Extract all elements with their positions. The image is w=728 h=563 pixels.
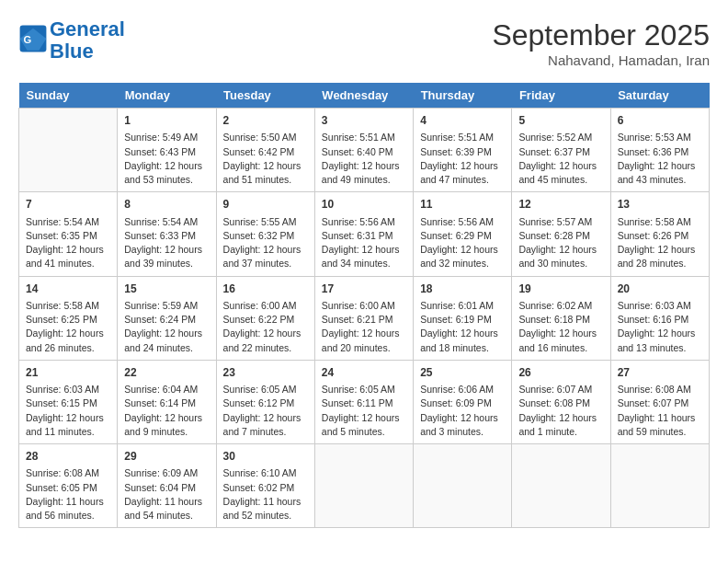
day-info-line: Sunset: 6:09 PM: [420, 396, 505, 410]
day-info-line: Sunrise: 6:05 AM: [223, 383, 308, 396]
weekday-header-wednesday: Wednesday: [314, 83, 413, 109]
day-info-line: Sunrise: 5:59 AM: [124, 299, 209, 313]
cell-content: 29Sunrise: 6:09 AMSunset: 6:04 PMDayligh…: [124, 449, 209, 523]
day-info-line: Sunrise: 5:51 AM: [322, 131, 406, 144]
day-info-line: Sunset: 6:37 PM: [518, 145, 603, 159]
day-info-line: Sunrise: 6:03 AM: [618, 299, 702, 313]
day-info-line: Sunset: 6:31 PM: [322, 229, 406, 243]
day-info-line: Sunrise: 5:56 AM: [420, 215, 505, 229]
day-cell: 4Sunrise: 5:51 AMSunset: 6:39 PMDaylight…: [414, 109, 512, 192]
logo-text: General Blue: [50, 18, 125, 63]
day-info-line: Daylight: 12 hours: [223, 159, 308, 173]
day-info-line: Sunset: 6:22 PM: [223, 313, 308, 327]
day-cell: 11Sunrise: 5:56 AMSunset: 6:29 PMDayligh…: [414, 192, 512, 276]
cell-content: 3Sunrise: 5:51 AMSunset: 6:40 PMDaylight…: [322, 113, 406, 187]
cell-content: 22Sunrise: 6:04 AMSunset: 6:14 PMDayligh…: [124, 365, 209, 439]
logo-line2: Blue: [50, 40, 94, 63]
week-row-2: 7Sunrise: 5:54 AMSunset: 6:35 PMDaylight…: [19, 192, 710, 276]
day-info-line: and 54 minutes.: [124, 509, 209, 523]
day-number: 16: [223, 282, 308, 297]
svg-text:G: G: [24, 34, 32, 45]
cell-content: 2Sunrise: 5:50 AMSunset: 6:42 PMDaylight…: [223, 113, 308, 187]
day-info-line: Sunset: 6:21 PM: [322, 313, 406, 327]
day-info-line: Daylight: 12 hours: [124, 411, 209, 425]
day-info-line: Daylight: 12 hours: [420, 159, 505, 173]
day-cell: 25Sunrise: 6:06 AMSunset: 6:09 PMDayligh…: [414, 360, 512, 443]
week-row-5: 28Sunrise: 6:08 AMSunset: 6:05 PMDayligh…: [19, 444, 710, 528]
day-info-line: Sunrise: 6:09 AM: [124, 466, 209, 480]
day-number: 24: [322, 365, 406, 381]
day-number: 20: [618, 282, 702, 297]
weekday-header-monday: Monday: [118, 83, 216, 109]
day-cell: 6Sunrise: 5:53 AMSunset: 6:36 PMDaylight…: [610, 109, 709, 192]
day-number: 3: [322, 113, 406, 129]
weekday-header-saturday: Saturday: [610, 83, 709, 109]
day-info-line: Daylight: 12 hours: [518, 243, 603, 257]
day-info-line: Daylight: 12 hours: [322, 243, 406, 257]
cell-content: 25Sunrise: 6:06 AMSunset: 6:09 PMDayligh…: [420, 365, 505, 439]
day-info-line: and 45 minutes.: [518, 173, 603, 187]
day-number: 5: [518, 113, 603, 129]
day-cell: [512, 444, 610, 528]
day-info-line: Sunset: 6:12 PM: [223, 396, 308, 410]
cell-content: 6Sunrise: 5:53 AMSunset: 6:36 PMDaylight…: [618, 113, 702, 187]
cell-content: 13Sunrise: 5:58 AMSunset: 6:26 PMDayligh…: [618, 197, 702, 270]
day-number: 14: [26, 282, 110, 297]
day-info-line: Daylight: 12 hours: [26, 411, 110, 425]
day-info-line: Sunrise: 5:57 AM: [518, 215, 603, 229]
day-info-line: Daylight: 12 hours: [518, 327, 603, 340]
weekday-header-row: SundayMondayTuesdayWednesdayThursdayFrid…: [19, 83, 710, 109]
day-info-line: Daylight: 12 hours: [26, 243, 110, 257]
day-info-line: Sunrise: 5:49 AM: [124, 131, 209, 144]
day-number: 21: [26, 365, 110, 381]
day-number: 28: [26, 449, 110, 465]
day-cell: 30Sunrise: 6:10 AMSunset: 6:02 PMDayligh…: [216, 444, 314, 528]
day-number: 4: [420, 113, 505, 129]
day-number: 27: [618, 365, 702, 381]
day-cell: 7Sunrise: 5:54 AMSunset: 6:35 PMDaylight…: [19, 192, 118, 276]
day-cell: 23Sunrise: 6:05 AMSunset: 6:12 PMDayligh…: [216, 360, 314, 443]
cell-content: 9Sunrise: 5:55 AMSunset: 6:32 PMDaylight…: [223, 197, 308, 270]
day-info-line: Sunset: 6:15 PM: [26, 396, 110, 410]
day-info-line: and 18 minutes.: [420, 341, 505, 355]
cell-content: 27Sunrise: 6:08 AMSunset: 6:07 PMDayligh…: [618, 365, 702, 439]
location-subtitle: Nahavand, Hamadan, Iran: [492, 52, 710, 68]
day-number: 2: [223, 113, 308, 129]
day-info-line: and 20 minutes.: [322, 341, 406, 355]
day-info-line: Daylight: 12 hours: [322, 159, 406, 173]
day-info-line: Sunrise: 6:02 AM: [518, 299, 603, 313]
cell-content: 11Sunrise: 5:56 AMSunset: 6:29 PMDayligh…: [420, 197, 505, 270]
day-number: 1: [124, 113, 209, 129]
page-header: G General Blue September 2025 Nahavand, …: [18, 18, 710, 68]
day-info-line: and 52 minutes.: [223, 509, 308, 523]
day-info-line: Sunset: 6:04 PM: [124, 481, 209, 495]
day-info-line: and 5 minutes.: [322, 425, 406, 439]
day-info-line: Daylight: 11 hours: [26, 495, 110, 509]
cell-content: 18Sunrise: 6:01 AMSunset: 6:19 PMDayligh…: [420, 282, 505, 355]
day-cell: 24Sunrise: 6:05 AMSunset: 6:11 PMDayligh…: [314, 360, 413, 443]
day-number: 19: [518, 282, 603, 297]
day-info-line: Sunset: 6:14 PM: [124, 396, 209, 410]
day-cell: 15Sunrise: 5:59 AMSunset: 6:24 PMDayligh…: [118, 276, 216, 360]
day-info-line: and 3 minutes.: [420, 425, 505, 439]
day-info-line: Sunset: 6:19 PM: [420, 313, 505, 327]
day-info-line: Daylight: 12 hours: [420, 411, 505, 425]
day-info-line: Sunrise: 6:08 AM: [618, 383, 702, 396]
day-info-line: Sunset: 6:02 PM: [223, 481, 308, 495]
day-cell: 18Sunrise: 6:01 AMSunset: 6:19 PMDayligh…: [414, 276, 512, 360]
day-info-line: and 43 minutes.: [618, 173, 702, 187]
day-info-line: Sunrise: 5:58 AM: [618, 215, 702, 229]
cell-content: 16Sunrise: 6:00 AMSunset: 6:22 PMDayligh…: [223, 282, 308, 355]
day-cell: 22Sunrise: 6:04 AMSunset: 6:14 PMDayligh…: [118, 360, 216, 443]
day-number: 9: [223, 197, 308, 213]
day-info-line: and 16 minutes.: [518, 341, 603, 355]
day-info-line: and 41 minutes.: [26, 257, 110, 270]
day-info-line: and 7 minutes.: [223, 425, 308, 439]
day-info-line: and 26 minutes.: [26, 341, 110, 355]
day-info-line: and 32 minutes.: [420, 257, 505, 270]
title-block: September 2025 Nahavand, Hamadan, Iran: [492, 18, 710, 68]
day-info-line: Sunset: 6:29 PM: [420, 229, 505, 243]
day-info-line: Sunset: 6:16 PM: [618, 313, 702, 327]
week-row-4: 21Sunrise: 6:03 AMSunset: 6:15 PMDayligh…: [19, 360, 710, 443]
day-cell: 2Sunrise: 5:50 AMSunset: 6:42 PMDaylight…: [216, 109, 314, 192]
